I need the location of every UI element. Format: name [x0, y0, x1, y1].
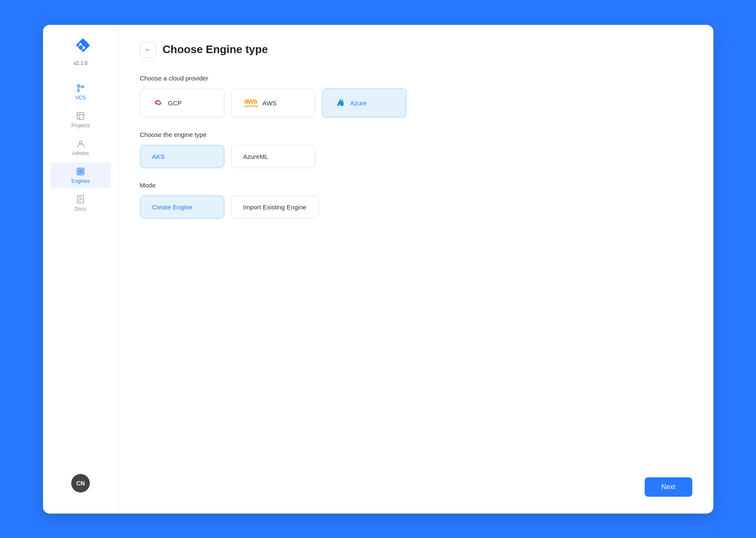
aws-option[interactable]: aws AWS — [231, 88, 315, 118]
gcp-label: GCP — [168, 99, 182, 107]
svg-point-11 — [82, 86, 84, 88]
sidebar-item-projects[interactable]: Projects — [43, 107, 118, 133]
engine-type-label: Choose the engine type — [140, 131, 692, 138]
admins-icon — [75, 139, 86, 149]
svg-marker-30 — [339, 102, 344, 106]
back-arrow-icon: ← — [145, 46, 151, 54]
sidebar-item-docs[interactable]: Docs — [43, 190, 118, 216]
azure-option[interactable]: Azure — [322, 88, 406, 118]
sidebar-engines-label: Engines — [71, 178, 89, 184]
azure-label: Azure — [350, 99, 367, 107]
gcp-option[interactable]: GCP — [140, 88, 224, 118]
app-version: v2.1.0 — [74, 60, 88, 66]
create-engine-label: Create Engine — [152, 203, 193, 211]
svg-rect-19 — [78, 172, 80, 174]
vcs-icon — [75, 83, 86, 93]
azure-icon — [334, 96, 346, 110]
svg-point-15 — [79, 141, 82, 144]
svg-rect-18 — [81, 169, 83, 171]
gcp-icon — [152, 96, 164, 110]
azureml-option[interactable]: AzureML — [231, 145, 315, 168]
svg-rect-16 — [77, 168, 84, 175]
sidebar-nav: VCS Projects — [43, 79, 118, 474]
page-footer: Next — [140, 477, 692, 497]
svg-point-10 — [78, 89, 80, 91]
sidebar-item-engines[interactable]: Engines — [50, 162, 110, 188]
cloud-provider-label: Choose a cloud provider — [140, 75, 692, 82]
sidebar-docs-label: Docs — [75, 206, 86, 212]
app-logo-icon — [70, 37, 91, 58]
sidebar-item-admins[interactable]: Admins — [43, 134, 118, 161]
mode-label: Mode — [140, 182, 692, 189]
svg-rect-0 — [76, 38, 90, 52]
outer-container: v2.1.0 VCS — [0, 0, 756, 538]
import-engine-option[interactable]: Import Existing Engine — [231, 195, 319, 219]
engine-type-options: AKS AzureML — [140, 145, 692, 168]
sidebar-item-vcs[interactable]: VCS — [43, 79, 118, 105]
aws-label: AWS — [263, 99, 277, 107]
sidebar-bottom: CN — [71, 474, 90, 501]
sidebar-vcs-label: VCS — [75, 95, 86, 101]
aks-label: AKS — [152, 153, 165, 160]
docs-icon — [75, 194, 86, 204]
sidebar-admins-label: Admins — [72, 150, 89, 156]
cloud-provider-options: GCP aws AWS — [140, 88, 692, 118]
svg-point-9 — [78, 84, 80, 86]
sidebar: v2.1.0 VCS — [43, 25, 119, 514]
azureml-label: AzureML — [243, 153, 269, 160]
svg-rect-20 — [81, 172, 83, 174]
create-engine-option[interactable]: Create Engine — [140, 195, 224, 219]
page-header: ← Choose Engine type — [140, 42, 692, 58]
back-button[interactable]: ← — [140, 42, 156, 58]
projects-icon — [75, 111, 86, 121]
engine-type-section: Choose the engine type AKS AzureML — [140, 131, 692, 168]
sidebar-logo: v2.1.0 — [70, 37, 91, 66]
engines-icon — [75, 166, 86, 177]
svg-rect-12 — [77, 112, 84, 119]
aks-option[interactable]: AKS — [140, 145, 224, 168]
svg-rect-17 — [78, 169, 80, 171]
mode-options: Create Engine Import Existing Engine — [140, 195, 692, 219]
next-button[interactable]: Next — [645, 477, 692, 497]
sidebar-projects-label: Projects — [71, 123, 89, 128]
aws-icon: aws — [243, 97, 258, 108]
mode-section: Mode Create Engine Import Existing Engin… — [140, 182, 692, 219]
import-engine-label: Import Existing Engine — [243, 203, 307, 211]
main-content: ← Choose Engine type Choose a cloud prov… — [119, 25, 713, 514]
user-avatar[interactable]: CN — [71, 474, 90, 492]
cloud-provider-section: Choose a cloud provider — [140, 75, 692, 118]
page-title: Choose Engine type — [163, 43, 268, 56]
main-card: v2.1.0 VCS — [43, 25, 713, 514]
svg-marker-26 — [257, 106, 258, 107]
